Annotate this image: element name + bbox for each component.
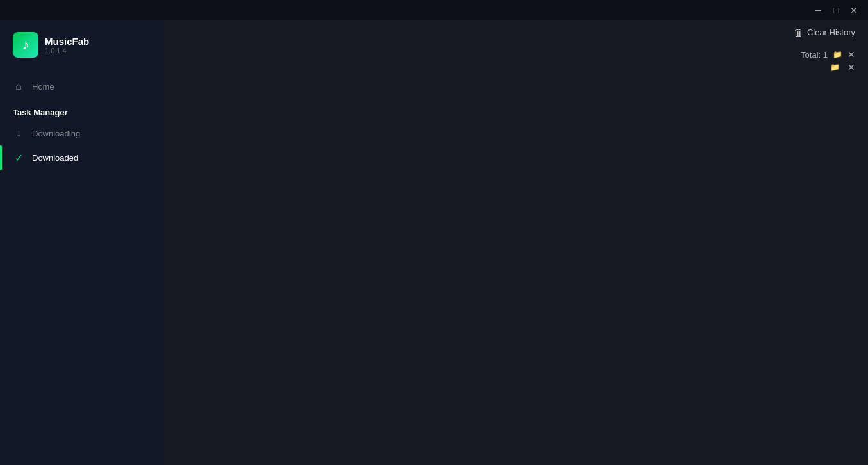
- logo-char: ♪: [22, 37, 29, 53]
- home-icon: ⌂: [13, 81, 24, 92]
- folder-icon-2[interactable]: 📁: [830, 63, 840, 72]
- trash-icon: 🗑: [794, 27, 803, 38]
- maximize-button[interactable]: □: [827, 1, 845, 19]
- main-content: 🗑 Clear History Total: 1 📁 ✕ 📁 ✕: [163, 20, 868, 465]
- app-name: MusicFab: [45, 36, 89, 47]
- sidebar-item-home-label: Home: [32, 82, 54, 92]
- close-icon-2[interactable]: ✕: [848, 62, 855, 72]
- folder-icon-1[interactable]: 📁: [833, 50, 842, 59]
- task-manager-label: Task Manager: [0, 99, 163, 121]
- sidebar: ♪ MusicFab 1.0.1.4 ⌂ Home Task Manager ↓…: [0, 20, 163, 465]
- logo-icon: ♪: [13, 32, 38, 58]
- clear-history-label: Clear History: [807, 28, 855, 37]
- sidebar-item-downloaded-label: Downloaded: [32, 153, 78, 163]
- logo-text: MusicFab 1.0.1.4: [45, 36, 89, 54]
- app-version: 1.0.1.4: [45, 47, 89, 54]
- clear-history-button[interactable]: 🗑 Clear History: [794, 27, 855, 38]
- titlebar: ─ □ ✕: [0, 0, 868, 20]
- task-total: Total: 1: [801, 50, 828, 60]
- sidebar-item-downloaded[interactable]: ✓ Downloaded: [0, 145, 163, 170]
- close-icon-1[interactable]: ✕: [848, 49, 855, 60]
- downloaded-icon: ✓: [13, 152, 24, 164]
- top-bar: 🗑 Clear History: [163, 20, 868, 44]
- sidebar-item-downloading-label: Downloading: [32, 129, 80, 138]
- downloading-icon: ↓: [13, 127, 24, 139]
- task-rows: Total: 1 📁 ✕ 📁 ✕: [801, 49, 855, 72]
- app-logo: ♪ MusicFab 1.0.1.4: [0, 20, 163, 69]
- task-row-2: 📁 ✕: [801, 62, 855, 72]
- sidebar-item-downloading[interactable]: ↓ Downloading: [0, 121, 163, 145]
- task-row-1: Total: 1 📁 ✕: [801, 49, 855, 60]
- minimize-button[interactable]: ─: [809, 1, 827, 19]
- sidebar-item-home[interactable]: ⌂ Home: [0, 74, 163, 99]
- sidebar-nav: ⌂ Home Task Manager ↓ Downloading ✓ Down…: [0, 69, 163, 175]
- close-button[interactable]: ✕: [845, 1, 863, 19]
